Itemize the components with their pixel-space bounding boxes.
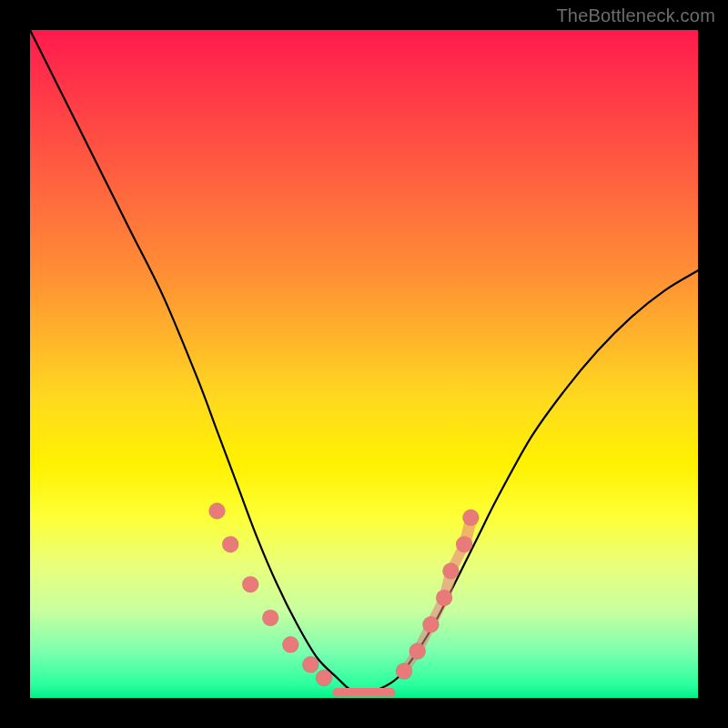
marker-dot <box>242 576 258 592</box>
marker-dot <box>316 670 332 686</box>
marker-dot <box>262 610 278 626</box>
marker-dot <box>282 636 298 652</box>
bottleneck-curve <box>30 30 698 694</box>
chart-frame: TheBottleneck.com <box>0 0 728 728</box>
marker-dot <box>302 656 318 672</box>
watermark-text: TheBottleneck.com <box>556 5 715 26</box>
marker-dot <box>209 503 226 520</box>
markers-left <box>209 503 333 687</box>
plot-area <box>30 30 698 698</box>
marker-dot <box>222 536 238 552</box>
chart-overlay <box>30 30 698 698</box>
